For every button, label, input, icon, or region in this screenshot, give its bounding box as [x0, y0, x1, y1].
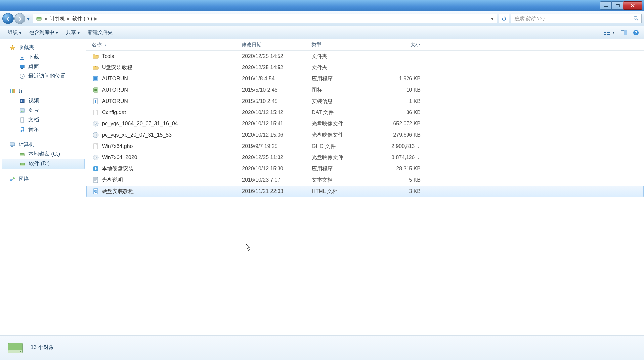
preview-pane-button[interactable] [619, 29, 628, 36]
chevron-down-icon: ▾ [77, 30, 80, 36]
svg-rect-38 [94, 77, 97, 80]
sidebar-computer-header[interactable]: 计算机 [2, 140, 85, 149]
sidebar-item-label: 本地磁盘 (C:) [28, 151, 60, 158]
file-row[interactable]: 硬盘安装教程2016/11/21 22:03HTML 文档3 KB [86, 186, 644, 197]
sidebar-libraries-header[interactable]: 库 [2, 86, 85, 96]
file-size: 279,696 KB [381, 132, 424, 138]
maximize-button[interactable] [612, 1, 623, 10]
nav-arrows: ▾ [2, 13, 31, 24]
column-header-type[interactable]: 类型 [311, 42, 381, 48]
file-row[interactable]: AUTORUN2015/5/10 2:45安装信息1 KB [86, 96, 644, 107]
new-folder-button[interactable]: 新建文件夹 [84, 29, 117, 36]
file-type: 文件夹 [312, 53, 381, 60]
file-size: 1,926 KB [381, 76, 424, 82]
refresh-button[interactable] [499, 14, 509, 23]
forward-button[interactable] [14, 13, 25, 24]
file-row[interactable]: U盘安装教程2020/12/25 14:52文件夹 [86, 62, 644, 73]
music-icon [19, 126, 25, 133]
file-date: 2020/10/12 15:30 [242, 166, 312, 172]
sidebar-item-label: 软件 (D:) [29, 160, 50, 167]
search-box[interactable]: 搜索 软件 (D:) [511, 14, 642, 23]
file-name: Tools [102, 53, 114, 59]
file-row[interactable]: Config.dat2020/10/12 15:42DAT 文件36 KB [86, 107, 644, 118]
gho-icon [92, 143, 99, 150]
svg-rect-29 [10, 143, 15, 146]
iso-icon [92, 154, 99, 161]
svg-point-51 [95, 157, 97, 158]
sidebar-item-label: 视频 [28, 97, 39, 104]
file-type: 光盘映像文件 [312, 132, 381, 139]
svg-rect-17 [20, 65, 24, 68]
file-row[interactable]: AUTORUN2016/1/8 4:54应用程序1,926 KB [86, 73, 644, 84]
file-date: 2019/9/7 19:25 [242, 143, 312, 149]
menu-label: 共享 [66, 29, 76, 36]
file-row[interactable]: pe_yqs_1064_20_07_31_16_042020/10/12 15:… [86, 118, 644, 129]
svg-rect-0 [604, 6, 608, 7]
chevron-down-icon: ▾ [56, 30, 58, 36]
address-bar[interactable]: ▶ 计算机 ▶ 软件 (D:) ▶ ▾ [33, 14, 497, 23]
file-row[interactable]: AUTORUN2015/5/10 2:45图标10 KB [86, 84, 644, 96]
svg-point-40 [94, 89, 97, 91]
txt-icon [92, 176, 99, 184]
file-name: AUTORUN [102, 87, 128, 93]
sidebar-favorites-header[interactable]: 收藏夹 [2, 43, 85, 52]
breadcrumb-root[interactable] [34, 14, 44, 23]
file-row[interactable]: pe_yqs_xp_20_07_31_15_532020/10/12 15:36… [86, 129, 644, 141]
recent-locations-dropdown[interactable]: ▾ [26, 13, 31, 24]
share-menu[interactable]: 共享 ▾ [62, 29, 84, 36]
navigation-pane: 收藏夹 下载桌面最近访问的位置 库 视频图片文档音乐 计算机 本地磁盘 (C:)… [0, 39, 86, 335]
explorer-window: ▾ ▶ 计算机 ▶ 软件 (D:) ▶ ▾ 搜索 软件 (D:) [0, 0, 644, 360]
sidebar-label: 库 [19, 88, 24, 95]
svg-rect-43 [95, 101, 96, 103]
sidebar-item[interactable]: 文档 [2, 115, 85, 125]
file-row[interactable]: Win7x64_20202020/12/25 11:32光盘映像文件3,874,… [86, 152, 644, 163]
back-button[interactable] [2, 13, 14, 24]
svg-rect-30 [11, 146, 13, 147]
svg-rect-4 [37, 19, 41, 20]
breadcrumb-separator-icon: ▶ [93, 16, 98, 21]
include-in-library-menu[interactable]: 包含到库中 ▾ [25, 29, 62, 36]
sidebar-item-label: 音乐 [28, 126, 39, 133]
svg-point-58 [20, 351, 21, 352]
sidebar-item[interactable]: 桌面 [2, 62, 85, 71]
file-row[interactable]: Win7x64.gho2019/9/7 19:25GHO 文件2,900,813… [86, 141, 644, 152]
dat-icon [92, 109, 99, 116]
file-row[interactable]: 本地硬盘安装2020/10/12 15:30应用程序28,315 KB [86, 163, 644, 174]
help-button[interactable]: ? [632, 29, 640, 36]
file-row[interactable]: 光盘说明2016/10/23 7:07文本文档5 KB [86, 174, 644, 186]
drive-icon [6, 338, 25, 357]
sidebar-item[interactable]: 本地磁盘 (C:) [2, 149, 85, 159]
sidebar-item[interactable]: 最近访问的位置 [2, 71, 85, 81]
file-type: 应用程序 [312, 165, 381, 172]
picture-icon [19, 107, 25, 114]
file-size: 1 KB [381, 98, 424, 104]
file-row[interactable]: Tools2020/12/25 14:52文件夹 [86, 51, 644, 62]
installer-icon [92, 165, 99, 172]
file-name: Win7x64.gho [102, 143, 133, 149]
address-dropdown[interactable]: ▾ [489, 16, 495, 22]
svg-rect-9 [607, 31, 610, 31]
sidebar-item[interactable]: 软件 (D:) [2, 159, 85, 169]
column-label: 修改日期 [242, 42, 262, 47]
breadcrumb-drive[interactable]: 软件 (D:) [71, 14, 93, 23]
file-date: 2020/10/12 15:41 [242, 121, 312, 127]
close-button[interactable] [623, 1, 642, 10]
svg-point-48 [95, 134, 97, 136]
sidebar-item[interactable]: 图片 [2, 106, 85, 115]
sidebar-item[interactable]: 下载 [2, 52, 85, 62]
column-header-name[interactable]: 名称▲ [90, 42, 242, 48]
sidebar-network-header[interactable]: 网络 [2, 174, 85, 184]
breadcrumb-computer[interactable]: 计算机 [49, 14, 66, 23]
column-header-date[interactable]: 修改日期 [242, 42, 311, 48]
minimize-button[interactable] [600, 1, 612, 10]
file-list[interactable]: Tools2020/12/25 14:52文件夹U盘安装教程2020/12/25… [86, 51, 644, 335]
search-icon [633, 16, 639, 22]
column-header-size[interactable]: 大小 [381, 42, 424, 48]
organize-menu[interactable]: 组织 ▾ [4, 29, 25, 36]
sidebar-item[interactable]: 视频 [2, 96, 85, 106]
sidebar-item[interactable]: 音乐 [2, 125, 85, 134]
file-size: 3 KB [381, 188, 424, 194]
view-options-button[interactable]: ▾ [603, 29, 616, 36]
file-name: pe_yqs_1064_20_07_31_16_04 [102, 121, 178, 127]
desktop-icon [19, 64, 25, 70]
